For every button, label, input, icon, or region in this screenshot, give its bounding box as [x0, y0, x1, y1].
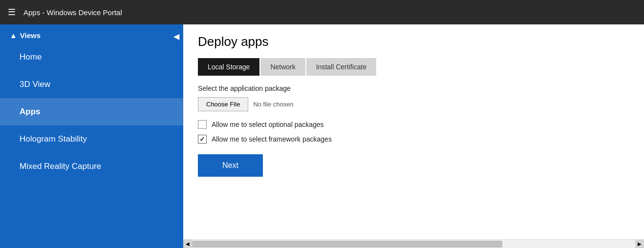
sidebar-item-3d-view[interactable]: 3D View [0, 71, 183, 98]
page-title: Deploy apps [198, 34, 629, 49]
choose-file-button[interactable]: Choose File [198, 97, 248, 111]
main-layout: ◀ ▲ Views Home 3D View Apps Hologram Sta… [0, 24, 644, 248]
file-input-row: Choose File No file chosen [198, 97, 629, 111]
scrollbar-thumb[interactable] [192, 241, 502, 248]
optional-packages-row: Allow me to select optional packages [198, 120, 629, 129]
header: ☰ Apps - Windows Device Portal [0, 0, 644, 24]
scrollbar-left-arrow[interactable]: ◀ [183, 240, 192, 248]
next-button[interactable]: Next [198, 154, 263, 177]
select-package-label: Select the application package [198, 84, 629, 92]
content-inner: Deploy apps Local Storage Network Instal… [183, 24, 644, 239]
form-section: Select the application package Choose Fi… [198, 84, 629, 177]
scrollbar-track[interactable] [192, 240, 635, 248]
sidebar: ◀ ▲ Views Home 3D View Apps Hologram Sta… [0, 24, 183, 248]
framework-packages-row: ✓ Allow me to select framework packages [198, 135, 629, 144]
framework-packages-label: Allow me to select framework packages [212, 135, 332, 143]
sidebar-item-mixed-reality-capture[interactable]: Mixed Reality Capture [0, 153, 183, 180]
tab-install-certificate[interactable]: Install Certificate [306, 58, 376, 76]
header-title: Apps - Windows Device Portal [23, 8, 122, 17]
checkmark-icon: ✓ [199, 136, 205, 143]
sidebar-item-hologram-stability[interactable]: Hologram Stability [0, 125, 183, 153]
framework-packages-checkbox[interactable]: ✓ [198, 135, 207, 144]
tab-network[interactable]: Network [260, 58, 305, 76]
sidebar-nav: Home 3D View Apps Hologram Stability Mix… [0, 43, 183, 180]
sidebar-views-label: Views [20, 31, 41, 40]
optional-packages-checkbox[interactable] [198, 120, 207, 129]
hamburger-icon[interactable]: ☰ [8, 7, 16, 18]
no-file-text: No file chosen [253, 101, 293, 108]
sidebar-item-home[interactable]: Home [0, 43, 183, 71]
scrollbar-right-arrow[interactable]: ▶ [635, 240, 644, 248]
content-area: Deploy apps Local Storage Network Instal… [183, 24, 644, 248]
optional-packages-label: Allow me to select optional packages [212, 121, 324, 128]
sidebar-item-apps[interactable]: Apps [0, 98, 183, 125]
horizontal-scrollbar[interactable]: ◀ ▶ [183, 239, 644, 248]
tabs-container: Local Storage Network Install Certificat… [198, 58, 629, 76]
sidebar-collapse-button[interactable]: ◀ [170, 29, 183, 43]
tab-local-storage[interactable]: Local Storage [198, 58, 259, 76]
sidebar-views-arrow: ▲ [10, 31, 17, 40]
sidebar-views-header: ▲ Views [0, 24, 183, 43]
